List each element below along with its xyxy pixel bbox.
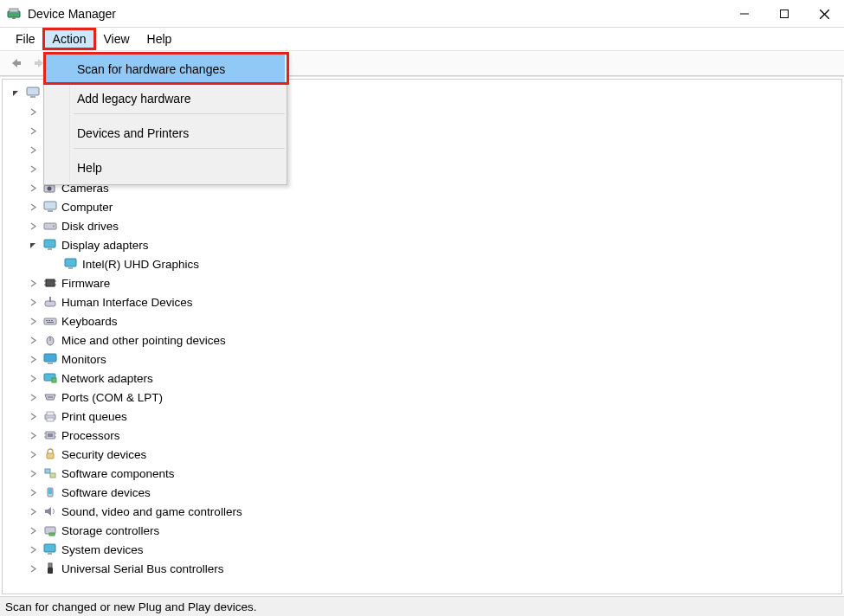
chevron-right-icon[interactable]	[27, 489, 39, 497]
chevron-right-icon[interactable]	[27, 318, 39, 325]
tree-firmware[interactable]: Firmware	[10, 273, 841, 292]
svg-point-40	[48, 396, 49, 398]
tree-label: Display adapters	[61, 239, 149, 252]
menu-add-legacy[interactable]: Add legacy hardware	[46, 84, 285, 113]
mouse-icon	[42, 333, 58, 347]
chevron-right-icon[interactable]	[27, 165, 39, 173]
cpu-icon	[42, 428, 58, 442]
chevron-down-icon[interactable]	[27, 241, 39, 249]
svg-rect-45	[47, 418, 54, 421]
display-icon	[63, 257, 79, 271]
tree-ports[interactable]: Ports (COM & LPT)	[10, 388, 841, 407]
tree-keyboards[interactable]: Keyboards	[10, 311, 841, 330]
chevron-right-icon[interactable]	[27, 432, 39, 440]
svg-rect-53	[45, 469, 50, 473]
chevron-right-icon[interactable]	[27, 470, 39, 478]
svg-rect-54	[50, 473, 55, 478]
tree-software-components[interactable]: Software components	[10, 464, 841, 483]
chevron-right-icon[interactable]	[27, 279, 39, 287]
tree-label: Human Interface Devices	[61, 296, 193, 309]
menu-help[interactable]: Help	[139, 29, 181, 48]
computer-icon	[25, 86, 41, 99]
chevron-right-icon[interactable]	[27, 127, 39, 135]
menu-scan-hardware[interactable]: Scan for hardware changes	[46, 55, 285, 84]
tree-label: Network adapters	[61, 372, 153, 385]
minimize-button[interactable]	[725, 0, 764, 28]
software-icon	[42, 485, 58, 499]
disk-icon	[42, 219, 58, 233]
titlebar: Device Manager	[0, 0, 844, 28]
hid-icon	[42, 295, 58, 309]
printer-icon	[42, 409, 58, 423]
menu-devices-printers[interactable]: Devices and Printers	[46, 119, 285, 148]
tree-label: Computer	[61, 201, 113, 214]
back-button[interactable]	[5, 53, 26, 74]
tree-label: Monitors	[61, 353, 106, 366]
tree-label: Processors	[61, 429, 120, 442]
svg-point-17	[53, 226, 55, 228]
tree-label: Security devices	[61, 448, 146, 461]
tree-sound[interactable]: Sound, video and game controllers	[10, 502, 841, 521]
chevron-right-icon[interactable]	[27, 222, 39, 230]
svg-rect-15	[48, 210, 53, 212]
svg-rect-37	[48, 363, 53, 364]
tree-display-child[interactable]: Intel(R) UHD Graphics	[10, 254, 841, 273]
chevron-right-icon[interactable]	[27, 413, 39, 420]
menubar: File Action View Help	[0, 28, 844, 50]
system-icon	[42, 542, 58, 556]
tree-network[interactable]: Network adapters	[10, 369, 841, 388]
chevron-right-icon[interactable]	[27, 451, 39, 459]
chevron-right-icon[interactable]	[27, 527, 39, 535]
svg-rect-47	[48, 433, 53, 437]
tree-mice[interactable]: Mice and other pointing devices	[10, 330, 841, 350]
chevron-right-icon[interactable]	[27, 298, 39, 306]
chevron-right-icon[interactable]	[27, 394, 39, 401]
tree-monitors[interactable]: Monitors	[10, 350, 841, 369]
chevron-right-icon[interactable]	[27, 337, 39, 344]
chevron-right-icon[interactable]	[27, 146, 39, 154]
menu-file[interactable]: File	[7, 29, 44, 48]
storage-icon	[42, 523, 58, 537]
menu-action-help[interactable]: Help	[46, 153, 285, 183]
tree-label: System devices	[61, 543, 144, 556]
chevron-right-icon[interactable]	[27, 356, 39, 363]
tree-display-adapters[interactable]: Display adapters	[10, 235, 841, 254]
tree-label: Keyboards	[61, 315, 118, 328]
menu-scan-hardware-label: Scan for hardware changes	[77, 62, 225, 76]
maximize-button[interactable]	[764, 0, 804, 28]
tree-processors[interactable]: Processors	[10, 426, 841, 445]
svg-rect-10	[30, 96, 35, 98]
tree-label: Software devices	[61, 486, 151, 499]
chevron-right-icon[interactable]	[27, 184, 39, 192]
chevron-down-icon[interactable]	[10, 89, 22, 97]
tree-disk-drives[interactable]: Disk drives	[10, 216, 841, 235]
monitor-icon	[42, 352, 58, 366]
chevron-right-icon[interactable]	[27, 565, 39, 573]
chevron-right-icon[interactable]	[27, 508, 39, 516]
svg-rect-60	[48, 553, 52, 555]
chevron-right-icon[interactable]	[27, 108, 39, 116]
svg-rect-36	[44, 354, 56, 362]
tree-usb[interactable]: Universal Serial Bus controllers	[10, 559, 841, 578]
svg-rect-59	[44, 544, 55, 552]
svg-rect-61	[48, 563, 52, 568]
usb-icon	[42, 561, 58, 575]
tree-print-queues[interactable]: Print queues	[10, 407, 841, 426]
svg-rect-7	[16, 61, 21, 65]
menu-devices-printers-label: Devices and Printers	[77, 126, 189, 140]
tree-software-devices[interactable]: Software devices	[10, 483, 841, 502]
svg-rect-33	[47, 322, 54, 323]
tree-computer[interactable]: Computer	[10, 197, 841, 216]
chevron-right-icon[interactable]	[27, 546, 39, 554]
chevron-right-icon[interactable]	[27, 375, 39, 382]
display-icon	[42, 238, 58, 252]
tree-system[interactable]: System devices	[10, 540, 841, 559]
close-button[interactable]	[804, 0, 844, 28]
tree-storage[interactable]: Storage controllers	[10, 521, 841, 540]
menu-view[interactable]: View	[94, 29, 138, 48]
tree-hid[interactable]: Human Interface Devices	[10, 292, 841, 311]
tree-security[interactable]: Security devices	[10, 445, 841, 464]
menu-action[interactable]: Action	[44, 29, 95, 48]
chevron-right-icon[interactable]	[27, 203, 39, 211]
svg-rect-30	[46, 320, 48, 321]
